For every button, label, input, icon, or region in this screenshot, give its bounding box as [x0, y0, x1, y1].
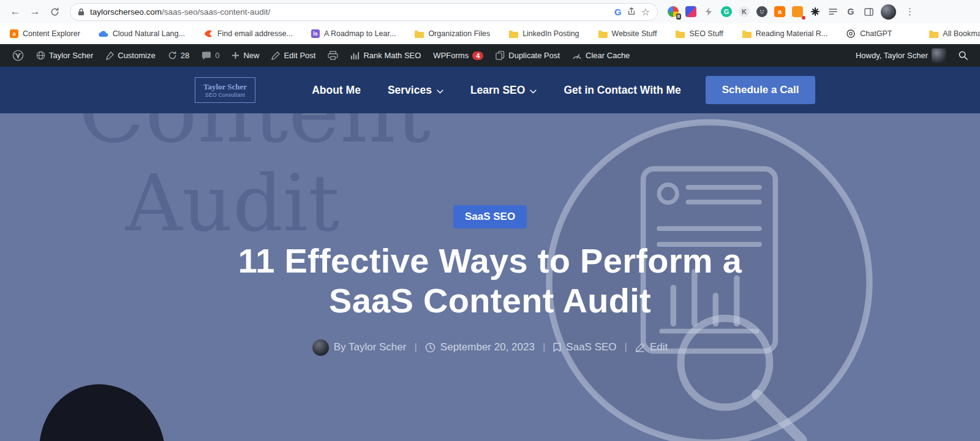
side-panel-icon[interactable]: [863, 6, 874, 17]
edit-link-label: Edit: [650, 341, 668, 353]
bookmark-roadmap[interactable]: ls A Roadmap to Lear...: [311, 29, 396, 38]
admin-search[interactable]: [952, 44, 974, 67]
author-avatar: [312, 339, 329, 356]
admin-duplicate-post[interactable]: Duplicate Post: [489, 44, 566, 67]
admin-customize[interactable]: Customize: [99, 44, 161, 67]
schedule-call-button[interactable]: Schedule a Call: [706, 76, 816, 104]
meta-separator: |: [625, 341, 627, 353]
nav-services[interactable]: Services: [388, 84, 443, 97]
admin-clear-cache-label: Clear Cache: [586, 51, 630, 60]
folder-icon: [598, 29, 608, 38]
profile-avatar[interactable]: [881, 4, 896, 20]
reload-icon: [50, 7, 59, 17]
bookmarks-bar: a Content Explorer Cloud Natural Lang...…: [0, 23, 980, 44]
bookmark-label: LinkedIn Posting: [522, 29, 579, 38]
admin-site-name[interactable]: Taylor Scher: [30, 44, 99, 67]
hero-content: SaaS SEO 11 Effective Ways to Perform a …: [0, 113, 980, 356]
author-byline: By Taylor Scher: [334, 341, 407, 353]
author-item[interactable]: By Taylor Scher: [312, 339, 407, 356]
plus-icon: [232, 51, 239, 59]
list-extension-icon[interactable]: [827, 6, 839, 17]
bookmark-chatgpt[interactable]: ChatGPT: [846, 29, 892, 38]
bookmark-reading-material[interactable]: Reading Material R...: [742, 29, 827, 38]
admin-new[interactable]: New: [225, 44, 265, 67]
bookmark-website-stuff[interactable]: Website Stuff: [598, 29, 657, 38]
person-silhouette: [32, 378, 168, 441]
back-button[interactable]: ←: [6, 2, 24, 21]
ahrefs-extension-icon[interactable]: a: [774, 6, 785, 17]
flag-extension-icon[interactable]: [792, 6, 803, 17]
admin-rank-math-label: Rank Math SEO: [363, 51, 421, 60]
reload-button[interactable]: [45, 2, 64, 21]
bookmark-content-explorer[interactable]: a Content Explorer: [10, 29, 80, 38]
printer-icon: [328, 51, 338, 60]
admin-wpforms-label: WPForms: [433, 51, 469, 60]
bolt-extension-icon[interactable]: [703, 6, 714, 17]
keywords-extension-icon[interactable]: K: [739, 6, 750, 17]
site-header: Taylor Scher SEO Consultant About Me Ser…: [0, 67, 980, 113]
search-icon: [959, 51, 968, 60]
g-extension-icon[interactable]: G: [845, 6, 856, 17]
nav-label: Learn SEO: [470, 84, 525, 97]
bookmark-label: Website Stuff: [612, 29, 657, 38]
bookmark-find-email[interactable]: Find email addresse...: [203, 29, 293, 38]
streak-extension-icon[interactable]: [685, 6, 696, 17]
bookmark-label: Find email addresse...: [217, 29, 293, 38]
site-logo[interactable]: Taylor Scher SEO Consultant: [195, 77, 255, 103]
admin-rank-math[interactable]: Rank Math SEO: [344, 44, 427, 67]
category-item[interactable]: SaaS SEO: [553, 341, 616, 353]
folder-icon: [929, 29, 938, 38]
bookmark-linkedin-posting[interactable]: LinkedIn Posting: [508, 29, 579, 38]
post-title-line1: 11 Effective Ways to Perform a: [238, 241, 742, 280]
chevron-down-icon: [530, 84, 537, 97]
nav-contact[interactable]: Get in Contact With Me: [564, 84, 680, 97]
nav-learn-seo[interactable]: Learn SEO: [470, 84, 537, 97]
clock-icon: [425, 342, 435, 353]
browser-menu-icon[interactable]: ⋮: [903, 6, 917, 17]
admin-updates[interactable]: 28: [162, 44, 195, 67]
bookmark-cloud-natural-language[interactable]: Cloud Natural Lang...: [99, 29, 185, 38]
hunter-icon: [203, 29, 213, 38]
main-nav: About Me Services Learn SEO Get in Conta…: [312, 84, 681, 97]
cloud-icon: [99, 29, 108, 38]
updates-icon: [168, 51, 177, 60]
admin-print-tool[interactable]: [322, 44, 344, 67]
bookmark-seo-stuff[interactable]: SEO Stuff: [675, 29, 723, 38]
pinwheel-extension-icon[interactable]: 8: [668, 6, 679, 17]
grammarly-extension-icon[interactable]: G: [721, 6, 732, 17]
emoji-extension-icon[interactable]: [756, 6, 767, 17]
ahrefs-icon: a: [10, 29, 18, 38]
admin-user-avatar: [932, 48, 946, 63]
cache-gauge-icon: [572, 51, 582, 59]
bookmark-label: Organization Files: [428, 29, 490, 38]
admin-clear-cache[interactable]: Clear Cache: [566, 44, 636, 67]
post-category: SaaS SEO: [566, 341, 616, 353]
admin-update-count: 28: [181, 51, 189, 60]
forward-button[interactable]: →: [26, 2, 44, 21]
wp-logo[interactable]: [6, 44, 30, 67]
chevron-down-icon: [437, 84, 443, 97]
admin-edit-post[interactable]: Edit Post: [265, 44, 322, 67]
share-icon[interactable]: [627, 7, 636, 16]
bookmark-label: Reading Material R...: [756, 29, 827, 38]
meta-separator: |: [543, 341, 545, 353]
category-badge[interactable]: SaaS SEO: [453, 205, 527, 228]
google-icon[interactable]: G: [614, 7, 622, 17]
bookmark-organization-files[interactable]: Organization Files: [414, 29, 490, 38]
address-bar[interactable]: taylorscherseo.com/saas-seo/saas-content…: [70, 3, 658, 21]
all-bookmarks[interactable]: All Bookmarks: [929, 29, 980, 38]
comments-bubble-icon: [202, 51, 211, 60]
wpforms-count-badge: 4: [472, 51, 483, 60]
nav-about-me[interactable]: About Me: [312, 84, 361, 97]
edit-pencil-icon: [271, 51, 280, 60]
admin-comments[interactable]: 0: [195, 44, 225, 67]
admin-wpforms[interactable]: WPForms 4: [427, 44, 489, 67]
folder-icon: [508, 29, 518, 38]
edit-item[interactable]: Edit: [635, 341, 668, 353]
post-title: 11 Effective Ways to Perform a SaaS Cont…: [238, 241, 742, 321]
bookmark-label: A Roadmap to Lear...: [324, 29, 396, 38]
admin-howdy[interactable]: Howdy, Taylor Scher: [850, 44, 952, 67]
puzzle-extension-icon[interactable]: [810, 6, 821, 17]
bookmark-star-icon[interactable]: ☆: [641, 6, 650, 18]
wp-admin-bar: Taylor Scher Customize 28 0 New Edit Pos…: [0, 44, 980, 67]
